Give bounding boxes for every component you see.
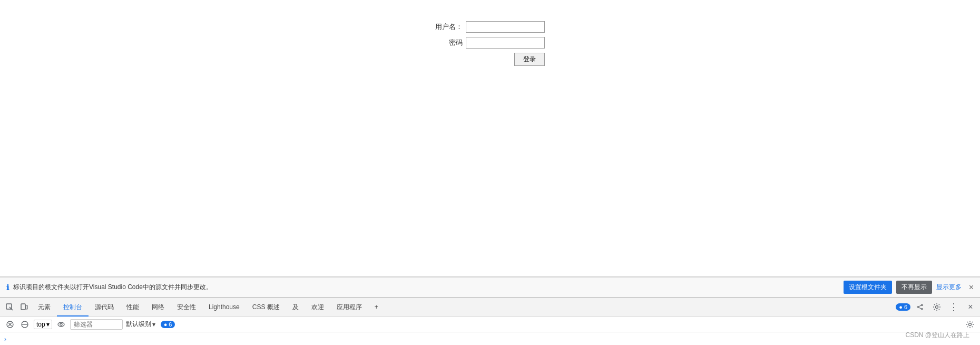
watermark: CSDN @登山人在路上 bbox=[905, 331, 969, 340]
tab-elements[interactable]: 元素 bbox=[32, 298, 57, 317]
notification-text: 标识项目的根文件夹以打开Visual Studio Code中的源文件并同步更改… bbox=[13, 283, 839, 292]
close-devtools-icon[interactable]: × bbox=[963, 300, 978, 314]
tab-more[interactable]: + bbox=[368, 298, 385, 317]
svg-point-17 bbox=[969, 323, 972, 325]
tab-lighthouse[interactable]: Lighthouse bbox=[202, 298, 246, 317]
webpage-content: 用户名： 密码 登录 bbox=[0, 0, 980, 277]
error-dot: ● bbox=[899, 304, 903, 310]
devtools-tabs-right: ● 6 ⋮ × bbox=[896, 300, 978, 314]
devtools-panel: 元素 控制台 源代码 性能 网络 安全性 Lighthouse CSS 概述 及… bbox=[0, 298, 980, 345]
level-label: 默认级别 bbox=[126, 320, 151, 329]
level-dropdown-icon: ▾ bbox=[152, 321, 155, 328]
console-error-count: 6 bbox=[169, 321, 172, 328]
settings-icon[interactable] bbox=[929, 300, 944, 314]
password-input[interactable] bbox=[466, 37, 545, 49]
console-arrow[interactable]: › bbox=[4, 336, 6, 343]
tab-security[interactable]: 安全性 bbox=[171, 298, 202, 317]
tab-network[interactable]: 网络 bbox=[145, 298, 171, 317]
svg-rect-3 bbox=[26, 305, 27, 309]
login-button[interactable]: 登录 bbox=[514, 53, 545, 66]
console-content: › bbox=[0, 332, 980, 345]
tab-css-overview[interactable]: CSS 概述 bbox=[246, 298, 286, 317]
svg-point-4 bbox=[922, 304, 923, 306]
username-row: 用户名： bbox=[435, 21, 545, 33]
svg-point-6 bbox=[922, 309, 923, 310]
block-icon[interactable] bbox=[19, 319, 31, 330]
svg-point-16 bbox=[60, 323, 62, 325]
console-error-badge: ● 6 bbox=[161, 321, 175, 328]
device-toolbar-icon[interactable] bbox=[17, 300, 32, 314]
inspect-element-icon[interactable] bbox=[2, 300, 17, 314]
tab-sources[interactable]: 源代码 bbox=[89, 298, 120, 317]
password-label: 密码 bbox=[449, 38, 463, 47]
error-count-badge: ● 6 bbox=[896, 303, 910, 311]
login-form: 用户名： 密码 登录 bbox=[435, 21, 545, 66]
level-selector[interactable]: 默认级别 ▾ bbox=[126, 320, 155, 329]
no-show-button[interactable]: 不再显示 bbox=[896, 281, 932, 294]
info-icon: ℹ bbox=[6, 283, 9, 292]
username-input[interactable] bbox=[466, 21, 545, 33]
context-label: top bbox=[36, 321, 45, 328]
svg-rect-2 bbox=[21, 304, 25, 310]
context-selector[interactable]: top ▾ bbox=[34, 320, 52, 329]
tab-console[interactable]: 控制台 bbox=[57, 298, 89, 317]
svg-point-9 bbox=[936, 306, 938, 309]
error-count: 6 bbox=[904, 304, 907, 310]
svg-point-5 bbox=[917, 306, 919, 308]
svg-line-1 bbox=[9, 307, 13, 310]
eye-icon[interactable] bbox=[55, 319, 67, 330]
login-button-row: 登录 bbox=[514, 53, 545, 66]
devtools-tabs-bar: 元素 控制台 源代码 性能 网络 安全性 Lighthouse CSS 概述 及… bbox=[0, 298, 980, 317]
svg-line-8 bbox=[918, 308, 921, 309]
tab-welcome[interactable]: 欢迎 bbox=[305, 298, 330, 317]
svg-line-7 bbox=[918, 305, 921, 306]
set-root-button[interactable]: 设置根文件夹 bbox=[844, 281, 892, 294]
notification-bar: ℹ 标识项目的根文件夹以打开Visual Studio Code中的源文件并同步… bbox=[0, 277, 980, 298]
more-options-icon[interactable]: ⋮ bbox=[946, 300, 961, 314]
username-label: 用户名： bbox=[435, 22, 463, 32]
show-more-link[interactable]: 显示更多 bbox=[936, 283, 962, 292]
password-row: 密码 bbox=[449, 37, 545, 49]
tab-performance[interactable]: 性能 bbox=[120, 298, 145, 317]
svg-point-15 bbox=[58, 322, 64, 327]
context-dropdown-icon: ▾ bbox=[46, 321, 50, 328]
close-notification-icon[interactable]: × bbox=[969, 283, 974, 292]
filter-input[interactable] bbox=[70, 319, 123, 330]
share-icon[interactable] bbox=[913, 300, 927, 314]
clear-console-icon[interactable] bbox=[4, 319, 16, 330]
tab-recorder[interactable]: 及 bbox=[286, 298, 305, 317]
tab-application[interactable]: 应用程序 bbox=[330, 298, 368, 317]
console-settings-icon[interactable] bbox=[964, 319, 976, 330]
console-toolbar: top ▾ 默认级别 ▾ ● 6 bbox=[0, 317, 980, 332]
console-error-dot: ● bbox=[164, 321, 168, 328]
